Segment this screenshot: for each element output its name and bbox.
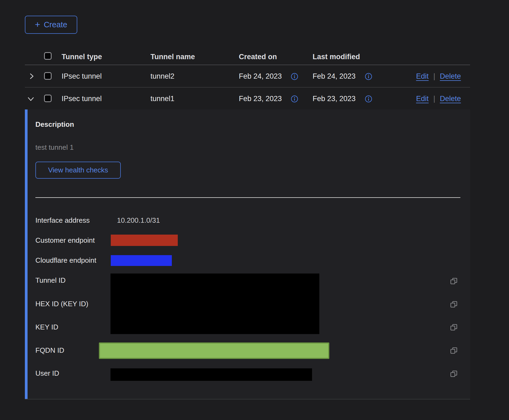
tunnel-type-cell: IPsec tunnel <box>62 95 102 103</box>
header-tunnel-name: Tunnel name <box>150 53 195 61</box>
customer-endpoint-label: Customer endpoint <box>35 236 95 245</box>
row-checkbox[interactable] <box>44 72 52 80</box>
hex-id-label: HEX ID (KEY ID) <box>35 300 88 308</box>
chevron-right-icon[interactable] <box>28 73 35 80</box>
header-created-on: Created on <box>239 53 277 61</box>
row-divider <box>25 87 470 88</box>
row-checkbox[interactable] <box>44 95 52 102</box>
expanded-row-indicator <box>25 109 28 399</box>
tunnel-type-cell: IPsec tunnel <box>62 72 102 81</box>
tunnel-name-cell: tunnel1 <box>150 95 175 103</box>
chevron-down-icon[interactable] <box>27 95 35 103</box>
key-id-label: KEY ID <box>35 323 58 331</box>
fqdn-id-label: FQDN ID <box>35 346 64 355</box>
description-value: test tunnel 1 <box>35 143 74 152</box>
interface-address-value: 10.200.1.0/31 <box>117 216 160 225</box>
create-button[interactable]: + Create <box>25 16 77 34</box>
fqdn-id-redaction <box>99 342 329 359</box>
edit-link[interactable]: Edit <box>416 72 429 81</box>
select-all-checkbox[interactable] <box>44 52 52 60</box>
user-id-redaction <box>110 368 312 381</box>
created-on-cell: Feb 24, 2023 <box>239 72 282 81</box>
tunnel-name-cell: tunnel2 <box>150 72 175 81</box>
copy-icon[interactable] <box>450 277 458 285</box>
info-icon[interactable] <box>365 73 372 80</box>
copy-icon[interactable] <box>450 369 458 378</box>
last-modified-cell: Feb 24, 2023 <box>313 72 356 81</box>
panel-bottom-divider <box>25 399 470 399</box>
plus-icon: + <box>35 20 40 29</box>
header-tunnel-type: Tunnel type <box>62 53 102 61</box>
cloudflare-endpoint-redaction <box>111 255 172 266</box>
edit-link[interactable]: Edit <box>416 95 429 103</box>
interface-address-label: Interface address <box>35 216 90 225</box>
cloudflare-endpoint-label: Cloudflare endpoint <box>35 256 96 265</box>
ipsec-tunnels-page: + Create Tunnel type Tunnel name Created… <box>0 0 509 420</box>
tunnel-id-label: Tunnel ID <box>35 276 66 285</box>
id-values-redaction <box>110 274 319 334</box>
header-divider <box>25 65 470 65</box>
delete-link[interactable]: Delete <box>440 72 461 81</box>
view-health-checks-label: View health checks <box>48 166 108 174</box>
info-icon[interactable] <box>365 95 372 103</box>
created-on-cell: Feb 23, 2023 <box>239 95 282 103</box>
info-icon[interactable] <box>291 95 298 103</box>
delete-link[interactable]: Delete <box>440 95 461 103</box>
header-last-modified: Last modified <box>313 53 360 61</box>
description-label: Description <box>35 120 74 129</box>
customer-endpoint-redaction <box>111 235 178 246</box>
copy-icon[interactable] <box>450 323 458 332</box>
create-button-label: Create <box>44 20 67 29</box>
view-health-checks-button[interactable]: View health checks <box>35 162 121 179</box>
user-id-label: User ID <box>35 369 59 378</box>
action-separator: | <box>433 95 435 103</box>
action-separator: | <box>433 72 435 81</box>
copy-icon[interactable] <box>450 300 458 309</box>
copy-icon[interactable] <box>450 346 458 355</box>
info-icon[interactable] <box>291 73 298 80</box>
panel-divider <box>35 197 460 198</box>
last-modified-cell: Feb 23, 2023 <box>313 95 356 103</box>
